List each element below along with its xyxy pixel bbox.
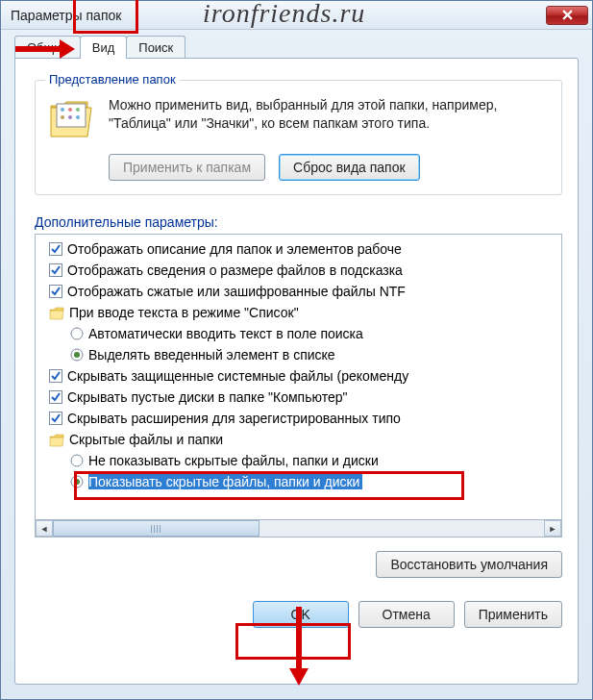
svg-point-10 xyxy=(71,328,83,339)
close-icon xyxy=(562,10,573,20)
tab-bar: Общие Вид Поиск xyxy=(14,36,579,59)
tree-option-radio[interactable]: Выделять введенный элемент в списке xyxy=(41,344,559,365)
scroll-right-button[interactable]: ► xyxy=(544,520,561,537)
ok-button[interactable]: OK xyxy=(253,601,349,628)
scroll-left-button[interactable]: ◄ xyxy=(36,520,53,537)
tree-option-check[interactable]: Скрывать защищенные системные файлы (рек… xyxy=(41,365,559,387)
tree-item-label: Скрытые файлы и папки xyxy=(69,432,223,447)
svg-point-6 xyxy=(76,115,80,119)
scroll-thumb[interactable] xyxy=(53,520,259,537)
tree-item-label: Не показывать скрытые файлы, папки и дис… xyxy=(88,453,379,468)
tab-view[interactable]: Вид xyxy=(80,36,128,59)
tree-option-radio[interactable]: Автоматически вводить текст в поле поиск… xyxy=(41,323,559,344)
close-button[interactable] xyxy=(546,6,588,25)
folder-views-group: Представление папок Можно применить вид,… xyxy=(35,80,562,195)
apply-button[interactable]: Применить xyxy=(464,601,562,628)
tree-item-label: Скрывать пустые диски в папке "Компьютер… xyxy=(67,389,347,405)
tree-option-radio[interactable]: Не показывать скрытые файлы, папки и дис… xyxy=(41,450,559,471)
tree-item-label: Отображать сведения о размере файлов в п… xyxy=(67,262,403,278)
tree-item-label: Скрывать расширения для зарегистрированн… xyxy=(67,411,401,426)
svg-point-16 xyxy=(71,455,83,466)
group-title: Представление папок xyxy=(45,72,180,87)
tree-option-check[interactable]: Отображать описание для папок и элементо… xyxy=(41,238,559,260)
svg-point-2 xyxy=(68,108,72,112)
watermark-text: ironfriends.ru xyxy=(203,0,365,29)
tree-group: Скрытые файлы и папки xyxy=(41,429,559,450)
tree-item-label: Выделять введенный элемент в списке xyxy=(88,347,335,362)
advanced-settings-label: Дополнительные параметры: xyxy=(35,214,562,230)
folder-views-icon xyxy=(49,98,95,138)
svg-point-1 xyxy=(61,108,64,112)
tree-option-check[interactable]: Скрывать пустые диски в папке "Компьютер… xyxy=(41,387,559,408)
reset-folders-button[interactable]: Сброс вида папок xyxy=(279,154,420,181)
tree-item-label: Автоматически вводить текст в поле поиск… xyxy=(88,326,363,341)
svg-rect-0 xyxy=(57,104,86,127)
apply-to-folders-button: Применить к папкам xyxy=(109,154,265,181)
cancel-button[interactable]: Отмена xyxy=(358,601,455,628)
svg-point-18 xyxy=(74,479,80,485)
tab-general[interactable]: Общие xyxy=(14,36,81,59)
advanced-settings-tree[interactable]: Отображать описание для папок и элементо… xyxy=(35,234,562,520)
scroll-track[interactable] xyxy=(53,520,544,537)
horizontal-scrollbar[interactable]: ◄ ► xyxy=(35,520,562,538)
svg-point-3 xyxy=(76,108,80,112)
tree-item-label: Скрывать защищенные системные файлы (рек… xyxy=(67,368,408,384)
tree-item-label: Отображать описание для папок и элементо… xyxy=(67,241,402,257)
tab-search[interactable]: Поиск xyxy=(126,36,185,59)
tree-option-check[interactable]: Отображать сжатые или зашифрованные файл… xyxy=(41,281,559,302)
window-title: Параметры папок xyxy=(11,8,121,23)
tab-panel: Представление папок Можно применить вид,… xyxy=(14,58,579,685)
group-description: Можно применить вид, выбранный для этой … xyxy=(109,96,548,138)
content-area: Общие Вид Поиск Представление папок Можн… xyxy=(1,30,592,696)
tree-option-check[interactable]: Скрывать расширения для зарегистрированн… xyxy=(41,408,559,429)
tree-item-label: Отображать сжатые или зашифрованные файл… xyxy=(67,284,406,299)
svg-point-12 xyxy=(74,352,80,358)
folder-options-window: Параметры папок ironfriends.ru Общие Вид… xyxy=(0,0,593,700)
tree-item-label: Показывать скрытые файлы, папки и диски xyxy=(88,474,362,489)
tree-option-check[interactable]: Отображать сведения о размере файлов в п… xyxy=(41,260,559,281)
tree-option-radio[interactable]: Показывать скрытые файлы, папки и диски xyxy=(41,471,559,492)
tree-group: При вводе текста в режиме "Список" xyxy=(41,302,559,323)
tree-item-label: При вводе текста в режиме "Список" xyxy=(69,305,299,320)
svg-point-4 xyxy=(61,115,64,119)
restore-defaults-button[interactable]: Восстановить умолчания xyxy=(376,551,562,578)
titlebar: Параметры папок ironfriends.ru xyxy=(1,1,592,30)
svg-point-5 xyxy=(68,115,72,119)
annotation-box-ok xyxy=(235,623,351,660)
